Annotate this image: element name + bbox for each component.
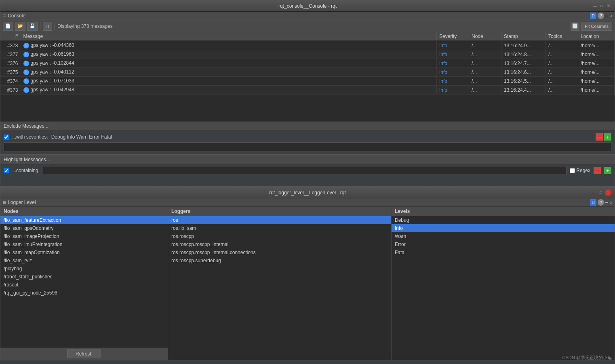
cell-node: /... <box>469 50 501 59</box>
console-d-icon[interactable]: D <box>590 13 596 19</box>
loggers-list: rosros.lio_samros.roscppros.roscpp.roscp… <box>168 216 391 360</box>
console-window: rqt_console__Console - rqt — □ ✕ ≡ Conso… <box>0 0 615 187</box>
severity-info-0[interactable]: Info <box>439 43 447 48</box>
logger-list-item[interactable]: ros.lio_sam <box>168 224 391 232</box>
node-list-item[interactable]: /playbag <box>0 265 168 273</box>
node-list-item[interactable]: /lio_sam_imuPreintegration <box>0 240 168 248</box>
highlight-checkbox[interactable] <box>4 168 9 173</box>
node-list-item[interactable]: /lio_sam_rviz <box>0 257 168 265</box>
cell-stamp: 13:16:24.8... <box>501 50 546 59</box>
table-row[interactable]: #378 igps yaw : -0.044360 Info /... 13:1… <box>0 41 615 50</box>
logger-list-item[interactable]: ros.roscpp.superdebug <box>168 257 391 265</box>
cell-location: /home/... <box>578 50 615 59</box>
table-row[interactable]: #377 igps yaw : -0.061963 Info /... 13:1… <box>0 50 615 59</box>
info-icon-3: i <box>23 69 29 75</box>
cell-severity[interactable]: Info <box>437 59 469 68</box>
new-console-btn[interactable]: 📄 <box>3 22 13 31</box>
severity-info-2[interactable]: Info <box>439 61 447 66</box>
level-list-item[interactable]: Fatal <box>392 248 615 257</box>
cell-node: /... <box>469 41 501 50</box>
node-list-item[interactable]: /lio_sam_mapOptmization <box>0 248 168 257</box>
node-list-item[interactable]: /robot_state_publisher <box>0 273 168 281</box>
console-o-icon[interactable]: ○ <box>609 13 612 19</box>
console-minimize-btn[interactable]: — <box>592 3 598 9</box>
level-list-item[interactable]: Warn <box>392 232 615 240</box>
exclude-delete-btn[interactable]: — <box>596 133 603 141</box>
highlight-containing-label: ...containing: <box>12 168 40 173</box>
cell-topics: /... <box>546 86 578 95</box>
highlight-input[interactable] <box>43 166 567 175</box>
logger-list-item[interactable]: ros.roscpp.roscpp_internal <box>168 240 391 248</box>
exclude-add-btn[interactable]: + <box>604 133 611 141</box>
cell-stamp: 13:16:24.5... <box>501 77 546 86</box>
exclude-with-severities-label: ...with severities: <box>12 134 48 140</box>
watermark: CSDN @学无正境的小龟 <box>562 355 612 361</box>
logger-help-icon[interactable]: ? <box>598 199 604 206</box>
highlight-section-header[interactable]: Highlight Messages... <box>0 155 615 164</box>
nodes-panel: Nodes /lio_sam_featureExtraction/lio_sam… <box>0 207 168 360</box>
severity-info-3[interactable]: Info <box>439 69 447 75</box>
save-btn[interactable]: 💾 <box>27 22 38 31</box>
open-btn[interactable]: 📂 <box>15 22 25 31</box>
logger-window-controls: — □ ✕ <box>591 189 611 196</box>
level-list-item[interactable]: Info <box>392 224 615 232</box>
node-list-item[interactable]: /rqt_gui_py_node_25596 <box>0 289 168 297</box>
level-list-item[interactable]: Debug <box>392 216 615 224</box>
table-row[interactable]: #373 igps yaw : -0.042948 Info /... 13:1… <box>0 86 615 95</box>
node-list-item[interactable]: /lio_sam_gpsOdometry <box>0 224 168 232</box>
logger-maximize-btn[interactable]: □ <box>598 190 604 196</box>
exclude-section-header[interactable]: Exclude Messages... <box>0 121 615 131</box>
console-close-btn[interactable]: ✕ <box>606 3 611 9</box>
node-list-item[interactable]: /rosout <box>0 281 168 289</box>
cell-message: igps yaw : -0.042948 <box>21 86 437 95</box>
col-header-topics: Topics <box>546 32 578 41</box>
cell-severity[interactable]: Info <box>437 41 469 50</box>
pause-btn[interactable]: ⏸ <box>43 22 52 31</box>
cell-severity[interactable]: Info <box>437 86 469 95</box>
logger-list-item[interactable]: ros <box>168 216 391 224</box>
logger-d-icon[interactable]: D <box>590 199 596 206</box>
level-list-item[interactable]: Error <box>392 240 615 248</box>
cell-topics: /... <box>546 77 578 86</box>
console-maximize-btn[interactable]: □ <box>599 3 604 9</box>
logger-close-btn[interactable]: ✕ <box>605 189 611 196</box>
logger-o-icon[interactable]: ○ <box>609 200 612 205</box>
logger-dash-icon[interactable]: – <box>605 200 608 205</box>
node-list-item[interactable]: /lio_sam_imageProjection <box>0 232 168 240</box>
table-row[interactable]: #375 igps yaw : -0.040112 Info /... 13:1… <box>0 68 615 77</box>
cell-severity[interactable]: Info <box>437 77 469 86</box>
levels-list: DebugInfoWarnErrorFatal <box>392 216 615 360</box>
cell-location: /home/... <box>578 41 615 50</box>
node-list-item[interactable]: /lio_sam_featureExtraction <box>0 216 168 224</box>
cell-stamp: 13:16:24.7... <box>501 59 546 68</box>
cell-severity[interactable]: Info <box>437 50 469 59</box>
logger-plugin-icon: ≡ <box>3 199 6 206</box>
cell-severity[interactable]: Info <box>437 68 469 77</box>
highlight-delete-btn[interactable]: — <box>594 167 601 174</box>
highlight-add-btn[interactable]: + <box>604 167 611 174</box>
cell-topics: /... <box>546 68 578 77</box>
logger-list-item[interactable]: ros.roscpp <box>168 232 391 240</box>
table-row[interactable]: #376 igps yaw : -0.102844 Info /... 13:1… <box>0 59 615 68</box>
console-table-container: # Message Severity Node Stamp Topics Loc… <box>0 32 615 121</box>
exclude-checkbox[interactable] <box>4 135 9 140</box>
severity-info-5[interactable]: Info <box>439 87 447 93</box>
regex-checkbox[interactable] <box>570 168 575 173</box>
refresh-btn[interactable]: Refresh <box>67 349 101 358</box>
col-header-node: Node <box>469 32 501 41</box>
col-header-message: Message <box>21 32 437 41</box>
info-icon-5: i <box>23 87 29 93</box>
console-help-icon[interactable]: ? <box>598 13 604 19</box>
nodes-panel-header: Nodes <box>0 207 168 216</box>
exclude-severity-values: Debug Info Warn Error Fatal <box>51 134 112 140</box>
clear-btn[interactable]: ⬜ <box>571 22 579 31</box>
cell-node: /... <box>469 68 501 77</box>
loggers-panel: Loggers rosros.lio_samros.roscppros.rosc… <box>168 207 392 360</box>
logger-list-item[interactable]: ros.roscpp.roscpp_internal.connections <box>168 248 391 257</box>
severity-info-1[interactable]: Info <box>439 52 447 57</box>
severity-info-4[interactable]: Info <box>439 78 447 84</box>
fit-columns-btn[interactable]: Fit Columns <box>581 22 612 31</box>
table-row[interactable]: #374 igps yaw : -0.071033 Info /... 13:1… <box>0 77 615 86</box>
console-dash-icon[interactable]: – <box>605 13 608 19</box>
logger-minimize-btn[interactable]: — <box>591 190 597 196</box>
